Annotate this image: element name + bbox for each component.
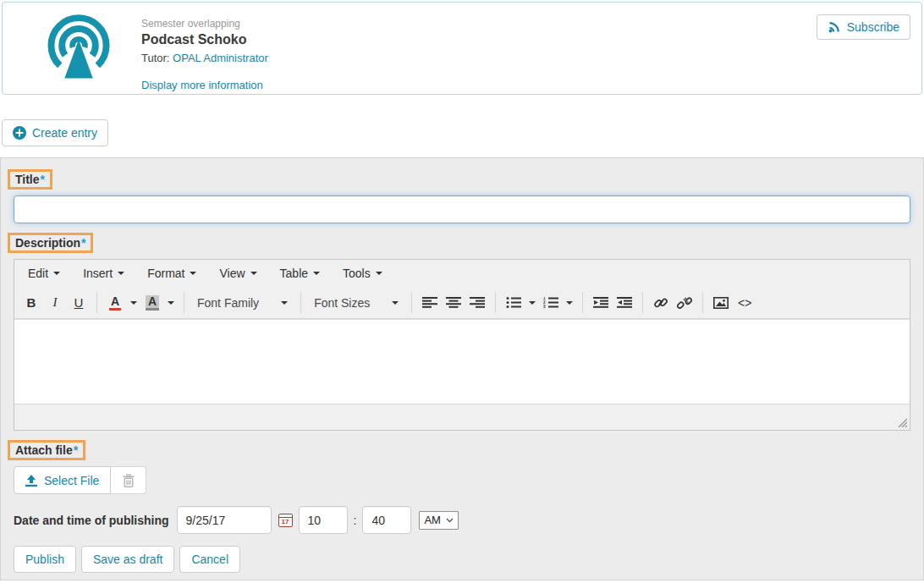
- save-draft-button[interactable]: Save as draft: [81, 546, 175, 573]
- delete-file-button[interactable]: [111, 466, 146, 494]
- chevron-down-icon: [118, 272, 124, 275]
- editor-menu-view[interactable]: View: [212, 262, 263, 284]
- editor-menu-insert[interactable]: Insert: [76, 262, 131, 284]
- chevron-down-icon: [392, 301, 399, 305]
- publish-minute-input[interactable]: [362, 506, 411, 534]
- entry-form: Title* Description* Edit Insert Format V…: [0, 157, 924, 580]
- font-sizes-select[interactable]: Font Sizes: [307, 291, 405, 315]
- align-right-icon: [470, 297, 485, 308]
- editor-menu-edit[interactable]: Edit: [21, 262, 67, 284]
- chevron-down-icon: [529, 301, 536, 305]
- menu-label: Insert: [83, 267, 113, 280]
- title-label-text: Title: [15, 173, 40, 186]
- editor-menu-table[interactable]: Table: [273, 262, 327, 284]
- editor-statusbar: [14, 404, 910, 430]
- create-entry-button[interactable]: Create entry: [2, 119, 108, 146]
- title-input[interactable]: [14, 195, 910, 223]
- svg-text:3: 3: [543, 305, 546, 308]
- attach-file-label-text: Attach file: [15, 443, 73, 457]
- podcast-header-text: Semester overlapping Podcast Schoko Tuto…: [141, 12, 268, 91]
- insert-image-button[interactable]: [709, 291, 733, 315]
- description-label-text: Description: [15, 236, 80, 250]
- subscribe-label: Subscribe: [847, 20, 899, 34]
- publish-datetime-row: Date and time of publishing 17 : AM: [14, 506, 910, 534]
- align-right-button[interactable]: [465, 291, 489, 315]
- bold-button[interactable]: B: [19, 291, 43, 315]
- text-color-menu-button[interactable]: [127, 291, 140, 315]
- align-center-button[interactable]: [442, 291, 465, 315]
- link-icon: [653, 295, 668, 311]
- remove-link-button[interactable]: [673, 291, 696, 315]
- tutor-line: Tutor: OPAL Administrator: [141, 52, 268, 64]
- menu-label: View: [219, 267, 245, 280]
- editor-toolbar: B I U A A Font Family Font Sizes: [14, 287, 910, 319]
- numbered-list-button[interactable]: 1 2 3: [539, 291, 563, 315]
- rss-icon: [828, 20, 841, 34]
- meridiem-select[interactable]: AM: [419, 511, 459, 530]
- editor-content[interactable]: [14, 319, 910, 404]
- font-family-select[interactable]: Font Family: [190, 291, 294, 315]
- attach-required-mark: *: [74, 443, 78, 457]
- title-required-mark: *: [41, 173, 45, 186]
- numbered-list-menu-button[interactable]: [563, 291, 576, 315]
- image-icon: [713, 297, 729, 309]
- numbered-list-icon: 1 2 3: [543, 297, 558, 308]
- bullet-list-icon: [506, 297, 521, 308]
- description-required-mark: *: [81, 236, 85, 250]
- chevron-down-icon: [313, 272, 320, 275]
- indent-button[interactable]: [589, 291, 613, 315]
- editor-menu-tools[interactable]: Tools: [336, 262, 389, 284]
- outdent-button[interactable]: [613, 291, 636, 315]
- tutor-link[interactable]: OPAL Administrator: [173, 52, 268, 64]
- chevron-down-icon: [190, 272, 196, 275]
- chevron-down-icon: [130, 301, 137, 305]
- meridiem-value: AM: [424, 514, 441, 526]
- podcast-title: Podcast Schoko: [141, 32, 268, 47]
- tutor-label: Tutor:: [141, 52, 169, 64]
- align-left-icon: [422, 297, 437, 308]
- subscribe-button[interactable]: Subscribe: [817, 14, 910, 40]
- font-family-label: Font Family: [197, 296, 259, 310]
- resize-grip[interactable]: [896, 416, 907, 427]
- plus-circle-icon: [13, 126, 26, 140]
- podcast-category: Semester overlapping: [141, 18, 268, 30]
- chevron-down-icon: [168, 301, 174, 305]
- editor-menubar: Edit Insert Format View Table Tools: [14, 260, 910, 287]
- menu-label: Table: [280, 267, 308, 280]
- text-color-button[interactable]: A: [103, 291, 127, 315]
- bullet-list-menu-button[interactable]: [525, 291, 539, 315]
- unlink-icon: [677, 295, 692, 311]
- file-button-group: Select File: [14, 466, 146, 494]
- cancel-button[interactable]: Cancel: [179, 546, 240, 573]
- italic-button[interactable]: I: [43, 291, 67, 315]
- time-separator: :: [354, 514, 357, 527]
- background-color-icon: A: [146, 295, 159, 311]
- rich-text-editor: Edit Insert Format View Table Tools B I …: [14, 259, 910, 431]
- trash-icon: [123, 474, 135, 487]
- select-file-button[interactable]: Select File: [14, 466, 111, 494]
- source-code-button[interactable]: <>: [733, 291, 756, 315]
- insert-link-button[interactable]: [649, 291, 673, 315]
- attach-file-label: Attach file*: [8, 440, 85, 460]
- more-info-link[interactable]: Display more information: [141, 79, 263, 91]
- menu-label: Tools: [343, 267, 371, 280]
- form-actions: Publish Save as draft Cancel: [14, 546, 910, 573]
- publish-button[interactable]: Publish: [14, 546, 76, 573]
- create-entry-label: Create entry: [32, 126, 97, 140]
- publish-hour-input[interactable]: [299, 506, 348, 534]
- chevron-down-icon: [53, 272, 60, 275]
- menu-label: Format: [147, 267, 184, 280]
- publish-date-input[interactable]: [177, 506, 272, 534]
- text-color-icon: A: [109, 295, 121, 311]
- editor-menu-format[interactable]: Format: [140, 262, 203, 284]
- background-color-button[interactable]: A: [140, 291, 164, 315]
- chevron-down-icon: [250, 272, 257, 275]
- font-sizes-label: Font Sizes: [314, 296, 370, 310]
- chevron-down-icon: [446, 518, 454, 523]
- outdent-icon: [617, 297, 632, 308]
- background-color-menu-button[interactable]: [164, 291, 178, 315]
- align-left-button[interactable]: [418, 291, 442, 315]
- calendar-icon[interactable]: 17: [278, 514, 293, 527]
- bullet-list-button[interactable]: [502, 291, 525, 315]
- underline-button[interactable]: U: [67, 291, 91, 315]
